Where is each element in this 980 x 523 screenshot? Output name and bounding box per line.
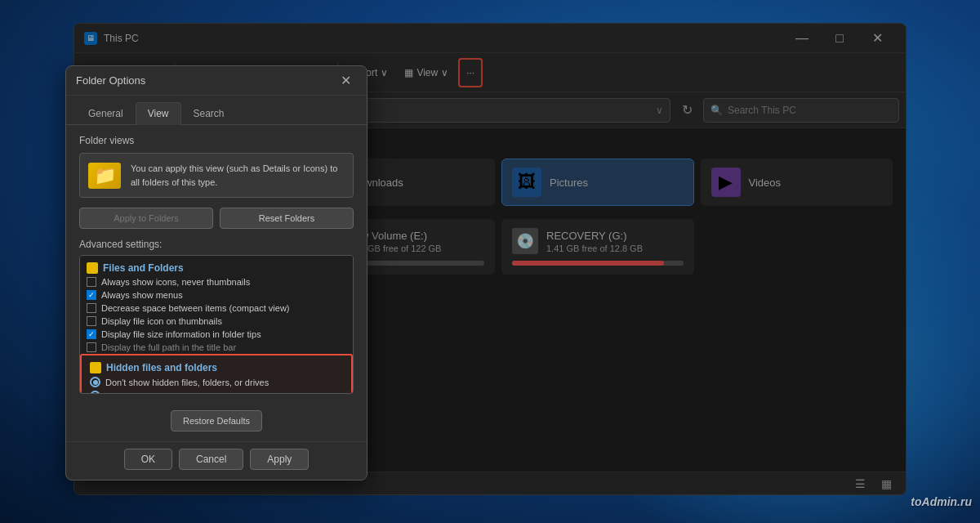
folder-views-icon: 📁: [88, 163, 121, 189]
adv-checkbox[interactable]: [87, 303, 96, 313]
adv-checkbox[interactable]: [87, 342, 96, 352]
dialog-tab-search[interactable]: Search: [181, 102, 237, 124]
restore-defaults-button[interactable]: Restore Defaults: [171, 410, 262, 431]
adv-setting-item[interactable]: Always show icons, never thumbnails: [80, 275, 353, 288]
reset-folders-button[interactable]: Reset Folders: [220, 208, 354, 229]
folder-views-description: You can apply this view (such as Details…: [131, 162, 345, 189]
dialog-tabs: GeneralViewSearch: [66, 96, 367, 125]
adv-label: Display file icon on thumbnails: [101, 316, 222, 326]
hidden-category-icon: [90, 362, 101, 373]
radio-label: Show hidden files, folders, and drives: [105, 391, 254, 395]
adv-checkbox[interactable]: [87, 316, 96, 326]
folder-views-buttons: Apply to Folders Reset Folders: [79, 208, 354, 229]
adv-setting-item[interactable]: Decrease space between items (compact vi…: [80, 302, 353, 315]
adv-label: Always show icons, never thumbnails: [101, 277, 250, 287]
hidden-option[interactable]: Show hidden files, folders, and drives: [83, 389, 350, 394]
adv-label: Display file size information in folder …: [101, 329, 261, 339]
category-icon: [87, 262, 98, 274]
radio-button[interactable]: [90, 377, 100, 387]
ok-button[interactable]: OK: [124, 449, 172, 470]
advanced-settings-label: Advanced settings:: [79, 239, 354, 250]
watermark: toAdmin.ru: [911, 495, 972, 508]
dialog-footer: Restore Defaults: [66, 404, 367, 441]
hidden-option[interactable]: Don't show hidden files, folders, or dri…: [83, 375, 350, 389]
folder-views-label: Folder views: [79, 135, 354, 146]
dialog-body: Folder views 📁 You can apply this view (…: [66, 125, 367, 404]
hidden-files-section: Hidden files and folders Don't show hidd…: [80, 354, 353, 394]
adv-checkbox[interactable]: [87, 329, 96, 339]
adv-setting-item[interactable]: Always show menus: [80, 288, 353, 302]
radio-button[interactable]: [90, 391, 100, 394]
dialog-title: Folder Options: [76, 74, 334, 87]
dialog-close-button[interactable]: ✕: [334, 69, 357, 92]
dialog-actions: OK Cancel Apply: [66, 441, 367, 480]
adv-setting-item[interactable]: Display file size information in folder …: [80, 328, 353, 341]
adv-label: Always show menus: [101, 290, 183, 300]
adv-label: Display the full path in the title bar: [101, 342, 236, 352]
folder-views-box: 📁 You can apply this view (such as Detai…: [79, 153, 354, 198]
hidden-category-label: Hidden files and folders: [106, 362, 217, 373]
radio-label: Don't show hidden files, folders, or dri…: [105, 378, 269, 387]
dialog-tab-general[interactable]: General: [76, 102, 136, 124]
apply-button[interactable]: Apply: [250, 449, 309, 470]
adv-setting-item[interactable]: Display file icon on thumbnails: [80, 315, 353, 328]
dialog-titlebar: Folder Options ✕: [66, 66, 367, 96]
dialog-tab-view[interactable]: View: [136, 102, 181, 125]
adv-checkbox[interactable]: [87, 290, 96, 300]
adv-category-files-folders: Files and Folders: [80, 259, 353, 275]
cancel-button[interactable]: Cancel: [179, 449, 243, 470]
hidden-files-category: Hidden files and folders: [83, 359, 350, 375]
folder-options-dialog: Folder Options ✕ GeneralViewSearch Folde…: [65, 65, 368, 481]
category-label: Files and Folders: [103, 262, 184, 274]
adv-label: Decrease space between items (compact vi…: [101, 303, 289, 313]
apply-to-folders-button[interactable]: Apply to Folders: [79, 208, 213, 229]
adv-checkbox[interactable]: [87, 277, 96, 287]
adv-setting-item[interactable]: Display the full path in the title bar: [80, 341, 353, 354]
advanced-settings-list[interactable]: Files and Folders Always show icons, nev…: [79, 255, 354, 394]
